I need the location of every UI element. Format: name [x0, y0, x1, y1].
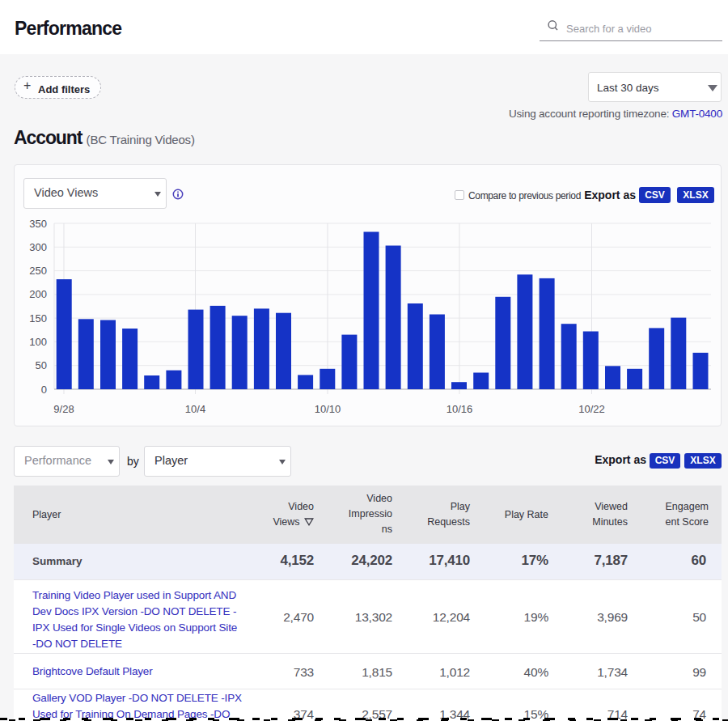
svg-text:300: 300 [29, 241, 47, 253]
svg-text:200: 200 [29, 288, 47, 300]
svg-text:100: 100 [29, 336, 47, 348]
svg-text:10/10: 10/10 [315, 403, 341, 415]
svg-text:0: 0 [41, 384, 47, 396]
svg-text:50: 50 [36, 359, 47, 371]
svg-text:9/28: 9/28 [53, 403, 74, 415]
svg-text:10/4: 10/4 [185, 403, 205, 415]
svg-text:10/16: 10/16 [447, 403, 473, 415]
svg-text:250: 250 [29, 265, 47, 277]
svg-text:10/22: 10/22 [578, 403, 605, 415]
svg-text:350: 350 [29, 218, 47, 230]
svg-text:150: 150 [29, 312, 47, 324]
